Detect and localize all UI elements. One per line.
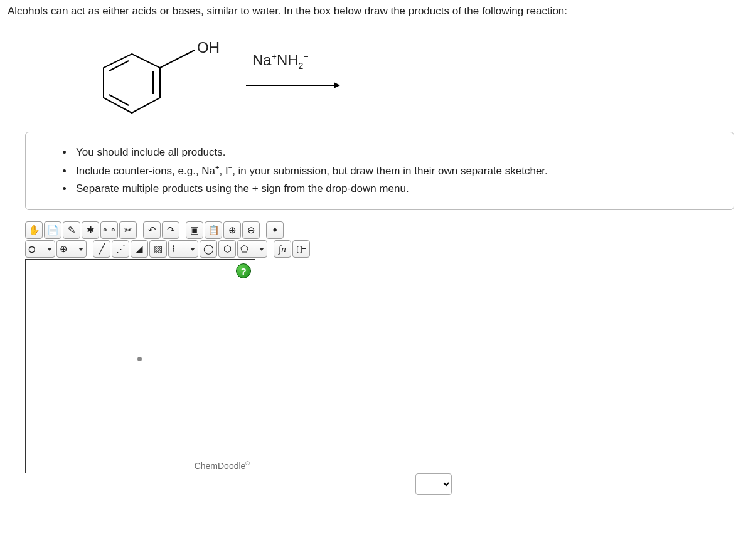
benzyl-alcohol-structure <box>100 48 207 129</box>
svg-line-3 <box>109 95 129 105</box>
multi-sketcher-select[interactable] <box>415 473 452 495</box>
document-icon[interactable]: 📄 <box>44 221 61 239</box>
chemdoodle-sketcher: ✋ 📄 ✎ ✱ ⚬⚬ ✂ ↶ ↷ ▣ 📋 ⊕ ⊖ ✦ O ⊕ ╱ ⋰ ◢ ▨ ⌇… <box>25 221 439 495</box>
paste-icon[interactable]: 📋 <box>205 221 222 239</box>
hand-tool-icon[interactable]: ✋ <box>25 221 43 239</box>
cut-icon[interactable]: ✂ <box>119 221 137 239</box>
instruction-item: Separate multiple products using the + s… <box>73 180 718 198</box>
3d-view-icon[interactable]: ▣ <box>186 221 203 239</box>
instruction-item: You should include all products. <box>73 144 718 162</box>
zoom-in-icon[interactable]: ⊕ <box>223 221 241 239</box>
reaction-scheme: OH Na+NH2− <box>8 21 745 128</box>
instructions-list: You should include all products. Include… <box>60 144 718 198</box>
wedge-bond-icon[interactable]: ◢ <box>131 240 148 258</box>
center-icon[interactable]: ✱ <box>82 221 99 239</box>
lewis-dots-icon[interactable]: ⚬⚬ <box>100 221 118 239</box>
zoom-out-icon[interactable]: ⊖ <box>242 221 260 239</box>
svg-marker-6 <box>334 82 340 88</box>
svg-line-4 <box>160 50 195 68</box>
canvas-center-dot <box>137 357 142 361</box>
oh-label: OH <box>197 39 220 56</box>
dashed-bond-icon[interactable]: ⋰ <box>112 240 129 258</box>
toolbar-row-1: ✋ 📄 ✎ ✱ ⚬⚬ ✂ ↶ ↷ ▣ 📋 ⊕ ⊖ ✦ <box>25 221 439 239</box>
undo-icon[interactable]: ↶ <box>143 221 161 239</box>
toolbar-row-2: O ⊕ ╱ ⋰ ◢ ▨ ⌇ ◯ ⬡ ⬠ ∫n [ ]± <box>25 240 439 258</box>
benzene-ring-icon[interactable]: ⬡ <box>218 240 236 258</box>
single-bond-icon[interactable]: ╱ <box>93 240 110 258</box>
chemdoodle-brand: ChemDoodle® <box>195 460 250 471</box>
ring-dropdown[interactable]: ⬠ <box>237 240 267 258</box>
bracket-tool-icon[interactable]: [ ]± <box>292 240 310 258</box>
charge-select-dropdown[interactable]: ⊕ <box>56 240 87 258</box>
wavy-bond-dropdown[interactable]: ⌇ <box>168 240 198 258</box>
instruction-item: Include counter-ions, e.g., Na+, I−, in … <box>73 162 718 181</box>
instructions-box: You should include all products. Include… <box>25 132 734 210</box>
cyclohexane-ring-icon[interactable]: ◯ <box>200 240 217 258</box>
svg-line-2 <box>109 61 129 71</box>
erase-icon[interactable]: ✎ <box>63 221 80 239</box>
help-icon[interactable]: ? <box>236 263 251 278</box>
chain-tool-icon[interactable]: ∫n <box>274 240 291 258</box>
question-text: Alcohols can act as either acids or base… <box>8 5 745 18</box>
reagent-label: Na+NH2− <box>252 51 309 71</box>
drawing-canvas[interactable]: ? ChemDoodle® <box>25 259 255 473</box>
svg-marker-0 <box>104 54 160 113</box>
atom-select-dropdown[interactable]: O <box>25 240 55 258</box>
redo-icon[interactable]: ↷ <box>162 221 179 239</box>
hash-bond-icon[interactable]: ▨ <box>149 240 167 258</box>
settings-icon[interactable]: ✦ <box>266 221 284 239</box>
reaction-arrow <box>246 79 340 92</box>
